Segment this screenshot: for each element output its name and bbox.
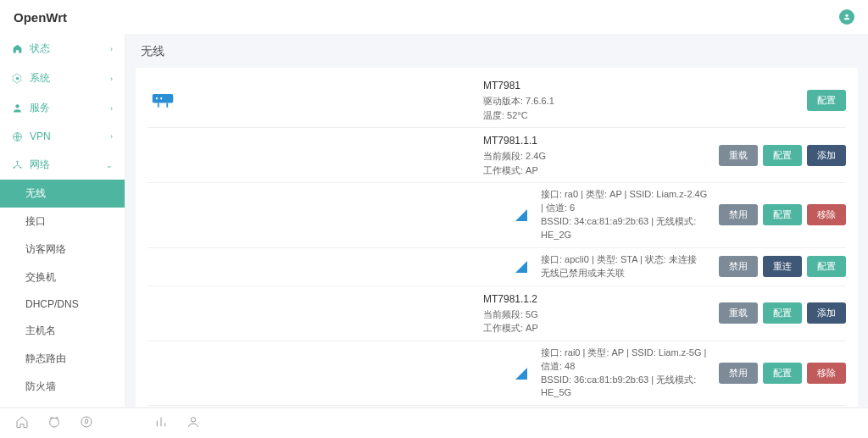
radio-driver: 驱动版本: 7.6.6.1 (483, 94, 800, 108)
svg-point-10 (50, 418, 59, 427)
wireless-card: MT7981 驱动版本: 7.6.6.1 温度: 52°C 配置 MT7981.… (136, 68, 858, 407)
disable-button[interactable]: 禁用 (719, 204, 758, 225)
add-button[interactable]: 添加 (807, 145, 846, 166)
router-icon (147, 91, 198, 109)
nav-status[interactable]: 状态› (0, 34, 125, 64)
chevron-right-icon: › (110, 104, 113, 113)
add-button[interactable]: 添加 (807, 302, 846, 324)
configure-button[interactable]: 配置 (763, 145, 802, 166)
subnav-wireless[interactable]: 无线 (0, 180, 125, 208)
restart-button[interactable]: 重载 (719, 302, 758, 324)
subnav-dhcp[interactable]: DHCP/DNS (0, 291, 125, 317)
configure-button[interactable]: 配置 (807, 256, 846, 277)
user-icon[interactable] (186, 415, 200, 431)
compass-icon[interactable] (80, 415, 93, 431)
svg-point-0 (845, 14, 848, 17)
disable-button[interactable]: 禁用 (719, 256, 758, 277)
cat-icon[interactable] (47, 415, 61, 431)
user-avatar-icon[interactable] (839, 9, 854, 25)
svg-point-9 (160, 97, 162, 99)
restart-button[interactable]: 重载 (719, 145, 758, 166)
svg-point-11 (81, 417, 92, 427)
signal-icon (483, 209, 534, 221)
brand-title: OpenWrt (14, 10, 67, 25)
chevron-right-icon: › (110, 75, 113, 83)
delete-button[interactable]: 移除 (807, 204, 846, 225)
svg-rect-7 (153, 94, 174, 103)
subnav-hostnames[interactable]: 主机名 (0, 317, 125, 345)
signal-icon (483, 261, 534, 273)
chevron-down-icon: ⌄ (106, 161, 113, 169)
configure-button[interactable]: 配置 (807, 90, 846, 111)
subnav-interfaces[interactable]: 接口 (0, 208, 125, 236)
svg-point-2 (15, 104, 19, 108)
signal-icon (483, 368, 534, 380)
header: OpenWrt (0, 0, 868, 34)
nav-services[interactable]: 服务› (0, 93, 125, 123)
subnav-diag[interactable]: 网络诊断 (0, 401, 125, 407)
chevron-right-icon: › (110, 45, 113, 53)
configure-button[interactable]: 配置 (763, 363, 802, 384)
nav-network[interactable]: 网络⌄ (0, 150, 125, 180)
reconnect-button[interactable]: 重连 (763, 256, 802, 277)
sidebar: 状态› 系统› 服务› VPN› 网络⌄ 无线 接口 访客网络 交换机 DHCP… (0, 34, 125, 407)
svg-point-1 (16, 77, 19, 80)
svg-point-4 (16, 161, 18, 163)
svg-point-8 (156, 97, 158, 99)
subnav-guest[interactable]: 访客网络 (0, 236, 125, 263)
nav-system[interactable]: 系统› (0, 64, 125, 93)
footer-toolbar (0, 408, 868, 438)
delete-button[interactable]: 移除 (807, 363, 846, 384)
radio-temp: 温度: 52°C (483, 108, 800, 123)
disable-button[interactable]: 禁用 (719, 363, 758, 384)
iface-name: MT7981.1.1 (483, 133, 712, 148)
subnav-switch[interactable]: 交换机 (0, 263, 125, 291)
configure-button[interactable]: 配置 (763, 204, 802, 225)
subnav-routes[interactable]: 静态路由 (0, 345, 125, 373)
svg-point-12 (191, 418, 195, 422)
radio-name: MT7981 (483, 78, 800, 93)
nav-vpn[interactable]: VPN› (0, 123, 125, 150)
stats-icon[interactable] (154, 415, 168, 431)
subnav-firewall[interactable]: 防火墙 (0, 373, 125, 401)
configure-button[interactable]: 配置 (763, 302, 802, 324)
main-content: 无线 MT7981 驱动版本: 7.6.6.1 温度: 52°C 配置 MT79… (125, 34, 868, 407)
page-title: 无线 (141, 44, 858, 59)
iface-name: MT7981.1.2 (483, 291, 712, 307)
chevron-right-icon: › (110, 132, 113, 141)
home-icon[interactable] (15, 415, 29, 431)
